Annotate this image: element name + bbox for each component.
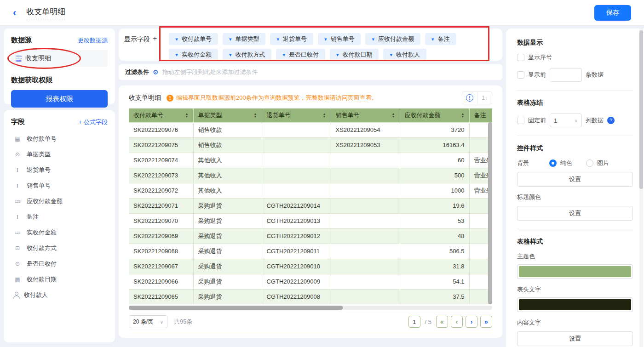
date-icon: ▦ bbox=[13, 276, 22, 283]
table-header-row: 收付款单号▲▼单据类型▲▼退货单号▲▼销售单号▲▼应收付款金额▲▼备注▲▼ bbox=[129, 108, 492, 122]
header-text-color-picker[interactable] bbox=[517, 297, 633, 312]
table-cell: SK20221209071 bbox=[129, 198, 193, 213]
gear-icon[interactable]: ⚙ bbox=[153, 68, 159, 76]
row-count-input[interactable] bbox=[550, 68, 582, 82]
display-field-chip[interactable]: ▾退货单号 bbox=[270, 33, 313, 45]
topbar: ‹ 收支单明细 保存 bbox=[0, 0, 644, 26]
display-fields-card: 显示字段 + ▾收付款单号▾单据类型▾退货单号▾销售单号▾应收付款金额▾备注▾实… bbox=[119, 28, 502, 61]
chevron-down-icon: ▾ bbox=[324, 36, 327, 42]
filter-bar[interactable]: 过滤条件 ⚙ 拖动左侧字段到此处来添加过滤条件 bbox=[119, 64, 502, 80]
display-field-chip[interactable]: ▾单据类型 bbox=[223, 33, 266, 45]
field-item[interactable]: I销售单号 bbox=[11, 178, 108, 193]
table-cell: 采购退货 bbox=[193, 289, 262, 304]
sort-arrows-icon[interactable]: ▲▼ bbox=[392, 113, 395, 118]
table-cell: SK20221209074 bbox=[129, 153, 193, 168]
table-cell: 其他收入 bbox=[193, 183, 262, 198]
field-label: 收付款单号 bbox=[27, 135, 57, 143]
column-header[interactable]: 收付款单号▲▼ bbox=[129, 108, 193, 122]
sort-button[interactable]: 1↓ bbox=[477, 92, 492, 104]
chevron-down-icon: ∨ bbox=[575, 118, 578, 123]
add-formula-field-link[interactable]: + 公式字段 bbox=[79, 118, 108, 126]
divider bbox=[517, 90, 633, 91]
preview-table: 收付款单号▲▼单据类型▲▼退货单号▲▼销售单号▲▼应收付款金额▲▼备注▲▼ SK… bbox=[129, 108, 492, 304]
theme-color-picker[interactable] bbox=[517, 264, 633, 279]
table-row: SK20221209067采购退货CGTH2022120901031.8 bbox=[129, 259, 492, 274]
freeze-checkbox[interactable] bbox=[517, 117, 524, 124]
page-number-input[interactable]: 1 bbox=[408, 316, 420, 328]
field-item[interactable]: ⊙单据类型 bbox=[11, 147, 108, 162]
datasource-item[interactable]: 收支明细 bbox=[11, 50, 108, 67]
table-cell: 销售收款 bbox=[193, 122, 262, 137]
first-page-button[interactable]: « bbox=[436, 316, 448, 328]
page-size-select[interactable]: 20 条/页 ∨ bbox=[129, 315, 167, 328]
prev-page-button[interactable]: ‹ bbox=[451, 316, 463, 328]
total-count: 共95条 bbox=[174, 318, 192, 326]
display-field-chip[interactable]: ▾是否已收付 bbox=[276, 49, 325, 61]
change-datasource-link[interactable]: 更改数据源 bbox=[78, 36, 108, 45]
chevron-down-icon: ▾ bbox=[372, 36, 374, 42]
display-field-chip[interactable]: ▾实收付金额 bbox=[169, 49, 218, 61]
field-item[interactable]: ⊡收付款方式 bbox=[11, 240, 108, 256]
last-page-button[interactable]: » bbox=[480, 316, 492, 328]
table-cell: 60 bbox=[400, 153, 469, 168]
table-vertical-scrollbar[interactable] bbox=[488, 122, 492, 304]
column-header[interactable]: 备注▲▼ bbox=[469, 108, 492, 122]
title-color-set-button[interactable]: 设置 bbox=[517, 206, 633, 221]
add-display-field-button[interactable]: + bbox=[153, 33, 157, 56]
table-cell: 其他收入 bbox=[193, 153, 262, 168]
image-radio[interactable] bbox=[586, 159, 593, 167]
table-cell: CGTH20221209008 bbox=[262, 289, 331, 304]
table-horizontal-scrollbar[interactable] bbox=[129, 306, 492, 310]
display-field-chip[interactable]: ▾收付款单号 bbox=[169, 33, 218, 45]
field-item[interactable]: 123应收付款金额 bbox=[11, 193, 108, 209]
freeze-column-select[interactable]: 1 ∨ bbox=[550, 114, 582, 127]
help-icon[interactable]: ? bbox=[607, 117, 615, 124]
fields-card: 字段 + 公式字段 ▤收付款单号⊙单据类型I退货单号I销售单号123应收付款金额… bbox=[4, 110, 115, 342]
table-cell: 采购退货 bbox=[193, 259, 262, 274]
table-cell: SK20221209067 bbox=[129, 259, 193, 274]
field-item[interactable]: I退货单号 bbox=[11, 162, 108, 178]
display-field-chip[interactable]: ▾收付款人 bbox=[383, 49, 426, 61]
table-cell: 500 bbox=[400, 168, 469, 183]
solid-color-radio[interactable] bbox=[549, 159, 557, 167]
display-field-chip[interactable]: ▾备注 bbox=[425, 33, 456, 45]
column-header[interactable]: 销售单号▲▼ bbox=[331, 108, 400, 122]
field-item[interactable]: ▤收付款单号 bbox=[11, 131, 108, 147]
display-field-chip[interactable]: ▾应收付款金额 bbox=[365, 33, 420, 45]
table-cell bbox=[262, 137, 331, 153]
field-item[interactable]: 收付款人 bbox=[11, 287, 108, 303]
next-page-button[interactable]: › bbox=[466, 316, 477, 328]
report-permission-button[interactable]: 报表权限 bbox=[11, 90, 108, 108]
table-cell: SK20221209076 bbox=[129, 122, 193, 137]
field-item[interactable]: ▦收付款日期 bbox=[11, 272, 108, 287]
panel-scrollbar[interactable] bbox=[639, 30, 643, 189]
table-cell: 其他收入 bbox=[193, 168, 262, 183]
field-item[interactable]: 123实收付金额 bbox=[11, 225, 108, 240]
notice-text: 编辑界面只取数据源前200条作为查询数据预览，完整数据请访问页面查看。 bbox=[176, 94, 378, 102]
content-text-set-button[interactable]: 设置 bbox=[517, 331, 633, 346]
column-header[interactable]: 单据类型▲▼ bbox=[193, 108, 262, 122]
show-first-checkbox[interactable] bbox=[517, 71, 524, 79]
table-cell: 采购退货 bbox=[193, 213, 262, 228]
display-field-chip[interactable]: ▾收付款日期 bbox=[330, 49, 379, 61]
sort-arrows-icon[interactable]: ▲▼ bbox=[461, 113, 465, 118]
column-header[interactable]: 退货单号▲▼ bbox=[262, 108, 331, 122]
sort-arrows-icon[interactable]: ▲▼ bbox=[254, 113, 257, 118]
field-item[interactable]: ⊙是否已收付 bbox=[11, 256, 108, 272]
background-set-button[interactable]: 设置 bbox=[517, 172, 633, 187]
show-index-checkbox[interactable] bbox=[517, 54, 524, 61]
field-label: 备注 bbox=[27, 213, 39, 221]
display-field-chip[interactable]: ▾收付款方式 bbox=[223, 49, 272, 61]
table-cell bbox=[331, 183, 400, 198]
save-button[interactable]: 保存 bbox=[594, 5, 631, 21]
field-item[interactable]: I备注 bbox=[11, 209, 108, 225]
info-button[interactable]: ! bbox=[462, 92, 477, 104]
sort-arrows-icon[interactable]: ▲▼ bbox=[185, 113, 189, 118]
display-field-chip[interactable]: ▾销售单号 bbox=[318, 33, 361, 45]
table-cell: XS20221209053 bbox=[331, 137, 400, 153]
column-header[interactable]: 应收付款金额▲▼ bbox=[400, 108, 469, 122]
sort-arrows-icon[interactable]: ▲▼ bbox=[323, 113, 326, 118]
field-label: 实收付金额 bbox=[27, 228, 57, 237]
back-icon[interactable]: ‹ bbox=[13, 8, 16, 18]
table-title: 收支单明细 bbox=[129, 94, 161, 102]
